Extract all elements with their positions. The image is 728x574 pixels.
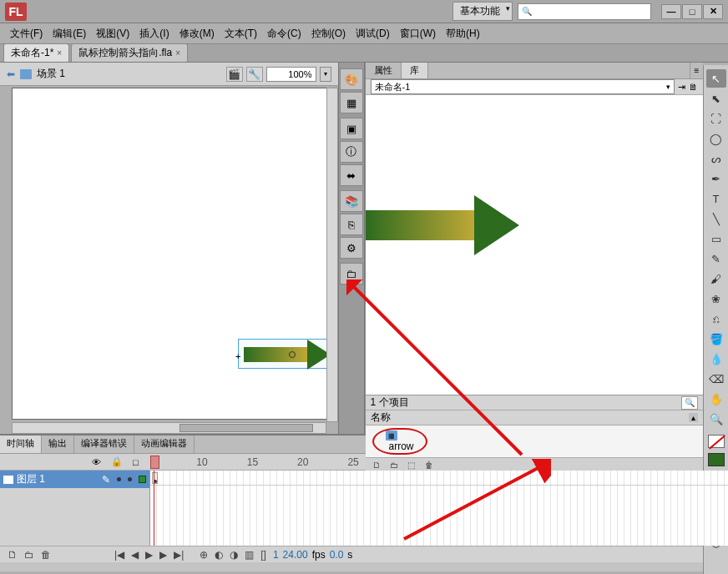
tab-compiler-errors[interactable]: 编译器错误 [74,436,134,453]
pencil-tool-icon[interactable]: ✎ [706,249,726,268]
fill-color-swatch[interactable] [708,453,725,466]
components-panel-icon[interactable]: ⎘ [340,214,363,235]
tab-properties[interactable]: 属性 [366,63,402,78]
zoom-tool-icon[interactable]: 🔍 [706,410,726,428]
stage-hscrollbar[interactable] [12,422,326,434]
workspace-dropdown[interactable]: 基本功能 [452,2,513,21]
library-column-header[interactable]: 名称 ▴ [366,410,704,425]
prev-frame-button[interactable]: ◀ [129,549,141,561]
menu-modify[interactable]: 修改(M) [174,25,220,43]
motion-presets-icon[interactable]: ⚙ [340,237,363,259]
last-frame-button[interactable]: ▶| [171,549,186,561]
help-search-input[interactable] [518,3,651,20]
minimize-button[interactable]: — [661,4,681,19]
scene-name[interactable]: 场景 1 [37,67,65,81]
stroke-color-swatch[interactable] [708,435,725,448]
tab-mouse-arrow[interactable]: 鼠标控制箭头指向.fla × [71,43,188,62]
delete-layer-button[interactable]: 🗑 [38,549,53,561]
next-frame-button[interactable]: ▶ [157,549,169,561]
pin-library-icon[interactable]: ⇥ [678,82,685,93]
visibility-dot-icon[interactable] [117,477,121,481]
center-frame-button[interactable]: ⊕ [197,549,210,561]
tab-output[interactable]: 输出 [42,436,74,453]
play-button[interactable]: ▶ [143,549,155,561]
new-library-icon[interactable]: 🗎 [689,82,698,92]
library-item-list[interactable]: ▦ arrow [366,425,704,457]
info-panel-icon[interactable]: ⓘ [340,141,363,163]
selection-tool-icon[interactable]: ↖ [706,69,726,88]
edit-multiple-button[interactable]: ▥ [242,549,256,561]
color-panel-icon[interactable]: 🎨 [340,68,363,90]
subselection-tool-icon[interactable]: ⬉ [706,89,726,108]
deco-tool-icon[interactable]: ❀ [706,290,726,308]
menu-file[interactable]: 文件(F) [5,25,48,43]
outline-color-box[interactable] [139,476,146,483]
selected-symbol-instance[interactable]: + [238,339,338,369]
eyedropper-tool-icon[interactable]: 💧 [706,350,726,368]
new-folder-button[interactable]: 🗀 [387,458,402,471]
new-layer-button[interactable]: 🗋 [5,549,20,561]
text-tool-icon[interactable]: T [706,189,726,208]
project-panel-icon[interactable]: 🗀 [340,263,363,284]
sort-arrow-icon[interactable]: ▴ [689,413,698,422]
align-panel-icon[interactable]: ▣ [340,118,363,139]
paint-bucket-tool-icon[interactable]: 🪣 [706,330,726,348]
brush-tool-icon[interactable]: 🖌 [706,269,726,288]
library-search-input[interactable]: 🔍 [681,396,698,410]
tab-close-icon[interactable]: × [175,48,180,58]
tab-motion-editor[interactable]: 动画编辑器 [134,436,195,453]
rectangle-tool-icon[interactable]: ▭ [706,229,726,248]
new-symbol-button[interactable]: 🗋 [369,458,384,471]
menu-help[interactable]: 帮助(H) [441,25,485,43]
menu-command[interactable]: 命令(C) [262,25,306,43]
scroll-thumb[interactable] [179,424,313,432]
edit-symbol-icon[interactable]: 🔧 [246,67,263,82]
layer-row[interactable]: 图层 1 ✎ [0,471,149,488]
line-tool-icon[interactable]: ╲ [706,209,726,228]
stage-area[interactable]: + [0,86,338,434]
tab-untitled[interactable]: 未命名-1* × [3,43,69,62]
frames-area[interactable] [150,471,728,546]
free-transform-tool-icon[interactable]: ⛶ [706,109,726,128]
onion-skin-button[interactable]: ◐ [212,549,225,561]
swatches-panel-icon[interactable]: ▦ [340,92,363,113]
close-button[interactable]: ✕ [703,4,723,19]
menu-debug[interactable]: 调试(D) [351,25,395,43]
zoom-dropdown[interactable]: ▾ [320,67,331,82]
delete-button[interactable]: 🗑 [422,458,437,471]
lasso-tool-icon[interactable]: ᔕ [706,149,726,168]
code-snippets-icon[interactable]: 📚 [340,190,363,212]
stage-vscrollbar[interactable] [326,88,338,422]
menu-insert[interactable]: 插入(I) [134,25,174,43]
onion-outlines-button[interactable]: ◑ [227,549,240,561]
pen-tool-icon[interactable]: ✒ [706,169,726,188]
menu-view[interactable]: 视图(V) [91,25,134,43]
lock-dot-icon[interactable] [128,477,132,481]
maximize-button[interactable]: □ [682,4,702,19]
new-folder-button[interactable]: 🗀 [22,549,37,561]
menu-edit[interactable]: 编辑(E) [48,25,91,43]
tab-close-icon[interactable]: × [57,48,62,58]
bone-tool-icon[interactable]: ⎌ [706,310,726,328]
playhead-icon[interactable] [154,471,154,546]
modify-markers-button[interactable]: [] [258,549,269,561]
tab-timeline[interactable]: 时间轴 [0,436,42,453]
eye-column-icon[interactable]: 👁 [92,457,101,467]
hand-tool-icon[interactable]: ✋ [706,390,726,408]
lock-column-icon[interactable]: 🔒 [111,456,123,467]
edit-scene-icon[interactable]: 🎬 [226,67,243,82]
outline-column-icon[interactable]: □ [133,457,139,467]
eraser-tool-icon[interactable]: ⌫ [706,370,726,388]
back-arrow-icon[interactable]: ⬅ [7,68,15,80]
menu-window[interactable]: 窗口(W) [395,25,441,43]
zoom-input[interactable]: 100% [266,67,316,82]
menu-text[interactable]: 文本(T) [220,25,262,43]
transform-panel-icon[interactable]: ⬌ [340,164,363,186]
library-doc-dropdown[interactable]: 未命名-1 [371,79,675,94]
panel-options-icon[interactable]: ≡ [690,63,703,78]
3d-rotation-tool-icon[interactable]: ◯ [706,129,726,148]
tab-library[interactable]: 库 [402,63,428,78]
properties-button[interactable]: ⬚ [404,458,419,471]
first-frame-button[interactable]: |◀ [112,549,127,561]
frame-row[interactable] [150,471,728,486]
